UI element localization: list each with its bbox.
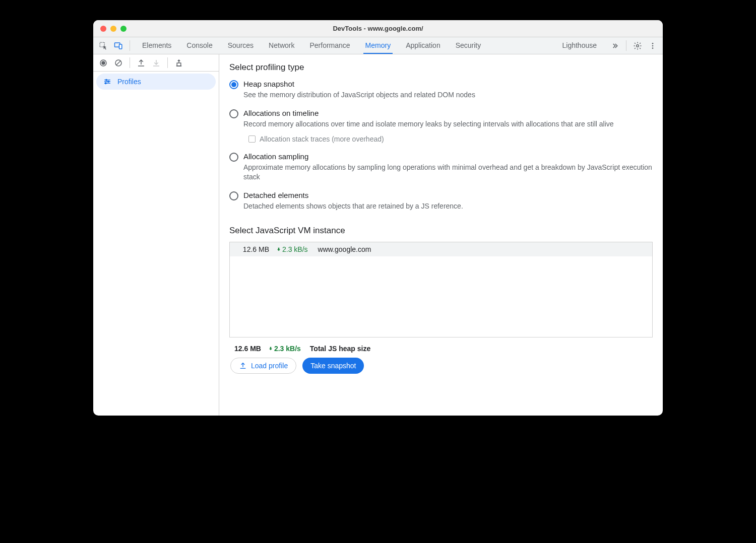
tab-memory[interactable]: Memory — [363, 37, 393, 54]
profiling-type-section: Select profiling type Heap snapshot See … — [229, 62, 653, 220]
divider — [167, 57, 168, 68]
divider — [626, 40, 626, 51]
sidebar: Profiles — [93, 54, 219, 416]
svg-point-6 — [652, 47, 654, 49]
total-size: 12.6 MB — [234, 345, 261, 353]
tab-label: Application — [406, 41, 440, 49]
vm-rate: 2.3 kB/s — [276, 245, 308, 253]
divider — [130, 40, 130, 51]
option-allocation-sampling[interactable]: Allocation sampling Approximate memory a… — [229, 152, 653, 182]
vm-instance-row[interactable]: 12.6 MB 2.3 kB/s www.google.com — [230, 242, 652, 256]
settings-gear-icon[interactable] — [633, 41, 643, 51]
vm-size: 12.6 MB — [235, 245, 269, 253]
checkbox-icon[interactable] — [248, 135, 256, 143]
load-profile-button[interactable]: Load profile — [230, 358, 296, 374]
vm-rate-value: 2.3 kB/s — [282, 245, 308, 253]
svg-point-17 — [105, 83, 106, 84]
download-icon[interactable] — [151, 58, 161, 68]
tab-lighthouse[interactable]: Lighthouse — [560, 37, 599, 54]
total-rate-value: 2.3 kB/s — [274, 345, 301, 353]
tab-elements[interactable]: Elements — [140, 37, 173, 54]
tab-label: Console — [186, 41, 212, 49]
svg-point-15 — [108, 81, 109, 83]
window-controls — [100, 26, 127, 32]
option-body: Allocations on timeline Record memory al… — [243, 109, 614, 143]
svg-point-8 — [102, 61, 105, 64]
panel-tabs: Elements Console Sources Network Perform… — [136, 37, 620, 54]
section-heading: Select profiling type — [229, 62, 653, 73]
total-label: Total JS heap size — [310, 345, 370, 353]
svg-line-10 — [116, 60, 121, 65]
svg-point-5 — [652, 45, 654, 46]
close-window-button[interactable] — [100, 26, 106, 32]
radio-icon[interactable] — [229, 80, 238, 89]
take-snapshot-button[interactable]: Take snapshot — [302, 358, 364, 374]
down-arrow-icon — [268, 346, 273, 352]
tab-sources[interactable]: Sources — [226, 37, 256, 54]
radio-icon[interactable] — [229, 109, 238, 118]
more-tabs-icon[interactable] — [610, 41, 620, 51]
devtools-window: DevTools - www.google.com/ Elements Cons… — [93, 20, 663, 416]
clear-icon[interactable] — [113, 58, 123, 68]
svg-rect-11 — [177, 63, 181, 66]
suboption-label: Allocation stack traces (more overhead) — [260, 135, 384, 143]
option-title: Detached elements — [243, 191, 463, 199]
maximize-window-button[interactable] — [120, 26, 127, 32]
upload-icon[interactable] — [136, 58, 146, 68]
content-panel: Select profiling type Heap snapshot See … — [219, 54, 663, 416]
minimize-window-button[interactable] — [110, 26, 116, 32]
tab-label: Network — [269, 41, 294, 49]
footer-buttons: Load profile Take snapshot — [229, 358, 653, 374]
button-label: Take snapshot — [310, 362, 356, 370]
titlebar: DevTools - www.google.com/ — [93, 20, 663, 37]
suboption-stack-traces[interactable]: Allocation stack traces (more overhead) — [248, 135, 614, 143]
device-toolbar-icon[interactable] — [113, 41, 123, 51]
inspect-element-icon[interactable] — [98, 41, 108, 51]
button-label: Load profile — [251, 362, 288, 370]
tab-application[interactable]: Application — [404, 37, 443, 54]
option-heap-snapshot[interactable]: Heap snapshot See the memory distributio… — [229, 80, 653, 100]
sidebar-item-profiles[interactable]: Profiles — [96, 74, 216, 90]
tab-label: Elements — [142, 41, 171, 49]
record-icon[interactable] — [98, 58, 108, 68]
tab-label: Memory — [365, 41, 391, 49]
option-title: Heap snapshot — [243, 80, 475, 88]
svg-point-3 — [637, 44, 639, 47]
devtools-tabsbar: Elements Console Sources Network Perform… — [93, 37, 663, 54]
tab-label: Security — [456, 41, 481, 49]
vm-totals: 12.6 MB 2.3 kB/s Total JS heap size — [229, 337, 653, 358]
vm-instance-list: 12.6 MB 2.3 kB/s www.google.com — [229, 242, 653, 337]
tab-security[interactable]: Security — [454, 37, 483, 54]
vm-name: www.google.com — [318, 245, 371, 253]
tab-console[interactable]: Console — [184, 37, 214, 54]
svg-point-4 — [652, 43, 654, 44]
tab-label: Lighthouse — [562, 41, 597, 49]
svg-point-13 — [106, 79, 107, 81]
svg-rect-2 — [119, 44, 122, 49]
total-rate: 2.3 kB/s — [268, 345, 301, 353]
option-title: Allocation sampling — [243, 152, 653, 161]
window-title: DevTools - www.google.com/ — [93, 25, 663, 32]
radio-icon[interactable] — [229, 153, 238, 162]
option-detached-elements[interactable]: Detached elements Detached elements show… — [229, 191, 653, 211]
tab-performance[interactable]: Performance — [307, 37, 352, 54]
option-desc: Detached elements shows objects that are… — [243, 201, 463, 211]
tab-label: Sources — [228, 41, 254, 49]
option-body: Allocation sampling Approximate memory a… — [243, 152, 653, 182]
vm-section-heading: Select JavaScript VM instance — [229, 226, 653, 236]
option-desc: Approximate memory allocations by sampli… — [243, 163, 653, 182]
tab-network[interactable]: Network — [267, 37, 296, 54]
option-allocations-timeline[interactable]: Allocations on timeline Record memory al… — [229, 109, 653, 143]
main-area: Profiles Select profiling type Heap snap… — [93, 54, 663, 416]
option-body: Heap snapshot See the memory distributio… — [243, 80, 475, 100]
tab-label: Performance — [309, 41, 350, 49]
option-body: Detached elements Detached elements show… — [243, 191, 463, 211]
sidebar-toolbar — [93, 54, 219, 72]
sliders-icon — [103, 78, 111, 86]
radio-icon[interactable] — [229, 191, 238, 200]
divider — [130, 57, 130, 68]
collect-garbage-icon[interactable] — [174, 58, 184, 68]
down-arrow-icon — [276, 246, 281, 252]
kebab-menu-icon[interactable] — [648, 41, 658, 51]
sidebar-item-label: Profiles — [117, 78, 141, 86]
